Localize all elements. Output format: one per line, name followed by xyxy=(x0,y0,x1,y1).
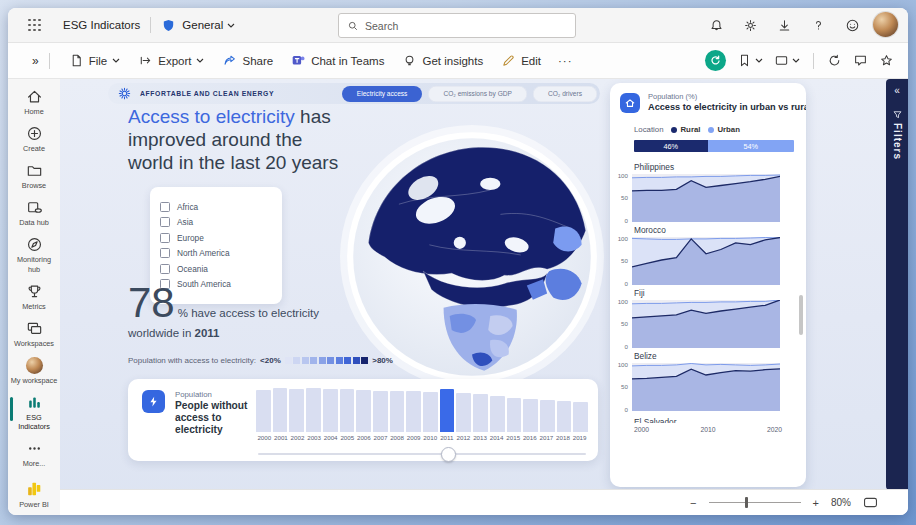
app-title[interactable]: ESG Indicators xyxy=(63,19,140,31)
year-bar[interactable] xyxy=(490,396,505,432)
zoom-out-button[interactable]: − xyxy=(690,497,696,509)
legend-item-rural[interactable]: Rural xyxy=(671,125,700,134)
year-bar[interactable] xyxy=(540,400,555,432)
mini-chart-philippines[interactable]: Philippines100500 xyxy=(610,162,806,222)
sidebar-item-label: Monitoring hub xyxy=(10,255,58,273)
sidebar-item-more[interactable]: More... xyxy=(8,435,60,472)
urban-segment[interactable]: 54% xyxy=(708,140,794,152)
checkbox-oceania[interactable]: Oceania xyxy=(160,264,272,274)
chat-in-teams-button[interactable]: Chat in Teams xyxy=(291,53,384,68)
sidebar-item-monitoring-hub[interactable]: Monitoring hub xyxy=(8,231,60,277)
top-app-bar: ESG Indicators General Search xyxy=(8,8,908,43)
zoom-slider-handle[interactable] xyxy=(745,497,748,508)
bookmark-button[interactable] xyxy=(737,53,763,68)
export-icon xyxy=(138,53,153,68)
kpi-year: 2011 xyxy=(194,327,219,339)
year-bar[interactable] xyxy=(390,391,405,432)
year-bar[interactable] xyxy=(306,388,321,432)
legend-item-urban[interactable]: Urban xyxy=(708,125,740,134)
legend-swatch xyxy=(327,357,334,364)
comment-button[interactable] xyxy=(853,53,868,68)
expand-pane-icon[interactable]: » xyxy=(32,54,39,68)
smiley-icon[interactable] xyxy=(845,18,860,33)
view-button[interactable] xyxy=(774,53,800,68)
year-bar[interactable] xyxy=(557,401,572,432)
year-bar[interactable] xyxy=(523,399,538,432)
sidebar-item-create[interactable]: Create xyxy=(8,120,60,157)
year-bar[interactable] xyxy=(456,393,471,432)
goal-badge-label: AFFORTABLE AND CLEAN ENERGY xyxy=(140,90,274,97)
report-header-band: AFFORTABLE AND CLEAN ENERGY Electricity … xyxy=(108,83,600,104)
toolbar-item-label: Share xyxy=(242,55,273,67)
tab-co-emissions-by-gdp[interactable]: CO₂ emissions by GDP xyxy=(428,86,527,102)
year-bar[interactable] xyxy=(256,390,271,432)
mini-chart-fiji[interactable]: Fiji100500 xyxy=(610,288,806,348)
checkbox-europe[interactable]: Europe xyxy=(160,233,272,243)
year-bar[interactable] xyxy=(423,392,438,432)
year-bar[interactable] xyxy=(473,394,488,432)
collapse-filters-icon[interactable]: « xyxy=(894,85,900,96)
year-bar[interactable] xyxy=(356,390,371,432)
refresh-button[interactable] xyxy=(827,53,842,68)
checkbox-africa[interactable]: Africa xyxy=(160,202,272,212)
tab-electricity-access[interactable]: Electricity access xyxy=(342,86,423,102)
star-button[interactable] xyxy=(879,53,894,68)
bell-icon[interactable] xyxy=(709,18,724,33)
gear-icon[interactable] xyxy=(743,18,758,33)
rural-segment[interactable]: 46% xyxy=(634,140,708,152)
report-tabs: Electricity accessCO₂ emissions by GDPCO… xyxy=(342,86,597,102)
esg-icon xyxy=(26,394,43,411)
zoom-slider[interactable] xyxy=(709,502,801,503)
year-bar[interactable] xyxy=(323,389,338,432)
edit-button[interactable]: Edit xyxy=(501,53,541,68)
year-slider[interactable] xyxy=(256,447,588,461)
sidebar-item-my-workspace[interactable]: My workspace xyxy=(8,352,60,389)
year-bar[interactable] xyxy=(373,391,388,432)
year-bar[interactable] xyxy=(289,389,304,432)
sidebar-item-browse[interactable]: Browse xyxy=(8,157,60,194)
sidebar-nav: HomeCreateBrowseData hubMonitoring hubMe… xyxy=(8,79,61,515)
mini-chart-belize[interactable]: Belize100500 xyxy=(610,351,806,411)
sidebar-item-power-bi[interactable]: Power BI xyxy=(8,474,60,515)
year-slider-handle[interactable] xyxy=(441,447,456,462)
report-canvas: AFFORTABLE AND CLEAN ENERGY Electricity … xyxy=(60,79,908,515)
workspace-selector[interactable]: General xyxy=(182,19,223,31)
report-toolbar: » FileExportShareChat in TeamsGet insigh… xyxy=(8,43,908,79)
reset-default-view-button[interactable] xyxy=(705,50,726,71)
year-bar[interactable] xyxy=(406,391,421,432)
year-bar-chart[interactable]: 2000200120022003200420052006200720082009… xyxy=(256,386,588,457)
filters-pane[interactable]: « Filters xyxy=(886,79,908,490)
waffle-menu-icon[interactable] xyxy=(28,19,41,32)
rural-urban-stacked-bar[interactable]: 46%54% xyxy=(634,140,794,152)
search-input[interactable]: Search xyxy=(338,13,576,38)
help-icon[interactable] xyxy=(811,18,826,33)
year-bar[interactable] xyxy=(440,389,455,432)
user-avatar[interactable] xyxy=(873,12,898,37)
bulb-icon xyxy=(402,53,417,68)
export-button[interactable]: Export xyxy=(138,53,204,68)
download-icon[interactable] xyxy=(777,18,792,33)
sidebar-item-home[interactable]: Home xyxy=(8,83,60,120)
world-globe-map[interactable] xyxy=(338,123,606,391)
sidebar-item-esg-indicators[interactable]: ESG Indicators xyxy=(8,389,60,435)
fit-to-page-icon[interactable] xyxy=(863,497,878,508)
year-bar[interactable] xyxy=(273,388,288,432)
zoom-in-button[interactable]: + xyxy=(813,497,819,509)
sidebar-item-workspaces[interactable]: Workspaces xyxy=(8,315,60,352)
sidebar-item-data-hub[interactable]: Data hub xyxy=(8,194,60,231)
mini-chart-morocco[interactable]: Morocco100500 xyxy=(610,225,806,285)
checkbox-north-america[interactable]: North America xyxy=(160,248,272,258)
filters-label: Filters xyxy=(892,123,903,160)
year-label: 2011 xyxy=(439,434,456,441)
year-bar[interactable] xyxy=(340,389,355,432)
get-insights-button[interactable]: Get insights xyxy=(402,53,483,68)
year-bar[interactable] xyxy=(573,402,588,432)
tab-co-drivers[interactable]: CO₂ drivers xyxy=(533,86,597,102)
sidebar-item-metrics[interactable]: Metrics xyxy=(8,278,60,315)
file-button[interactable]: File xyxy=(69,53,121,68)
checkbox-asia[interactable]: Asia xyxy=(160,217,272,227)
panel-scrollbar[interactable] xyxy=(799,295,803,335)
more-options-button[interactable]: ··· xyxy=(558,55,573,67)
year-bar[interactable] xyxy=(507,398,522,432)
share-button[interactable]: Share xyxy=(222,53,273,68)
